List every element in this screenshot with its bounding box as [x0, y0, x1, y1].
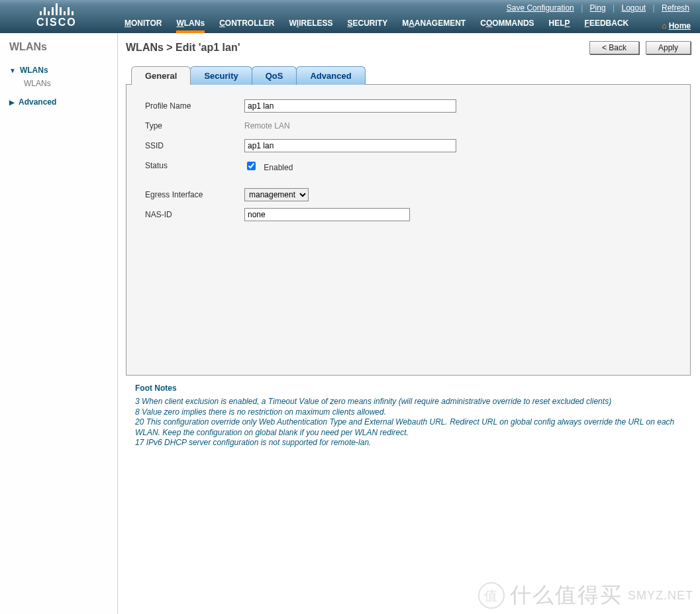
logout-link[interactable]: Logout [620, 3, 647, 13]
content: WLANs > Edit 'ap1 lan' < Back Apply Gene… [118, 33, 700, 614]
tab-security[interactable]: Security [190, 66, 252, 85]
nav-home[interactable]: ⌂Home [662, 21, 691, 30]
sidebar-title: WLANs [9, 41, 111, 53]
save-config-link[interactable]: Save Configuration [505, 3, 575, 13]
separator: | [650, 3, 658, 13]
breadcrumb: WLANs > Edit 'ap1 lan' [126, 42, 240, 54]
nav-management[interactable]: MAANAGEMENT [402, 19, 466, 30]
refresh-link[interactable]: Refresh [660, 3, 691, 13]
action-buttons: < Back Apply [589, 41, 691, 54]
cisco-logo-icon [36, 3, 77, 15]
row-nasid: NAS-ID [145, 207, 672, 223]
cisco-logo: CISCO [36, 3, 77, 28]
nav-wireless[interactable]: WIIRELESS [289, 19, 332, 30]
nav-help[interactable]: HELP [549, 19, 570, 30]
label-ssid: SSID [145, 141, 244, 150]
label-nasid: NAS-ID [145, 210, 244, 219]
panel-general: Profile Name Type Remote LAN SSID Status… [126, 84, 691, 376]
separator: | [577, 3, 586, 13]
nav-controller[interactable]: CONTROLLER [219, 19, 274, 30]
body-wrap: WLANs ▼ WLANs WLANs ▶ Advanced WLANs > E… [0, 33, 700, 614]
sidebar-item-advanced[interactable]: ▶ Advanced [9, 95, 111, 109]
header-bar: Save Configuration | Ping | Logout | Ref… [0, 0, 700, 33]
footnote-line: 8 Value zero implies there is no restric… [135, 407, 691, 418]
footnote-line: 17 IPv6 DHCP server configuration is not… [135, 438, 691, 448]
label-profile-name: Profile Name [145, 101, 244, 111]
sidebar: WLANs ▼ WLANs WLANs ▶ Advanced [0, 33, 118, 614]
tab-general[interactable]: General [131, 66, 191, 85]
row-status: Status Enabled [145, 158, 672, 174]
footnotes-title: Foot Notes [135, 384, 691, 393]
row-egress: Egress Interface management [145, 187, 672, 203]
row-ssid: SSID [145, 138, 672, 154]
footnote-line: 3 When client exclusion is enabled, a Ti… [135, 397, 691, 407]
sidebar-subitem-wlans[interactable]: WLANs [9, 77, 111, 90]
nav-commands[interactable]: COOMMANDS [480, 19, 534, 30]
top-utility-links: Save Configuration | Ping | Logout | Ref… [505, 3, 691, 13]
row-type: Type Remote LAN [145, 118, 672, 134]
select-egress-interface[interactable]: management [244, 188, 309, 201]
sidebar-item-wlans[interactable]: ▼ WLANs [9, 64, 111, 77]
nav-security[interactable]: SECURITY [348, 19, 388, 30]
input-profile-name[interactable] [244, 99, 456, 113]
label-status-enabled: Enabled [264, 163, 293, 172]
home-icon: ⌂ [662, 21, 666, 30]
sidebar-item-label: WLANs [20, 66, 48, 75]
apply-button[interactable]: Apply [646, 41, 691, 54]
label-type: Type [145, 121, 244, 130]
footnotes: 3 When client exclusion is enabled, a Ti… [135, 397, 691, 448]
separator: | [609, 3, 618, 13]
cisco-logo-text: CISCO [36, 17, 77, 28]
nav-monitor[interactable]: MONITOR [125, 19, 162, 30]
label-status: Status [145, 161, 244, 170]
input-nasid[interactable] [244, 208, 410, 221]
nav-feedback[interactable]: FEEDBACK [585, 19, 629, 30]
tab-container: General Security QoS Advanced Profile Na… [126, 66, 691, 376]
main-nav: MONITOR WLANs CONTROLLER WIIRELESS SECUR… [125, 19, 628, 30]
input-ssid[interactable] [244, 139, 456, 152]
value-type: Remote LAN [244, 121, 290, 130]
footnote-line: 20 This configuration override only Web … [135, 417, 691, 438]
chevron-down-icon: ▼ [9, 67, 16, 74]
page-header-row: WLANs > Edit 'ap1 lan' < Back Apply [126, 41, 691, 54]
nav-wlans[interactable]: WLANs [176, 19, 205, 30]
sidebar-item-label: Advanced [19, 97, 56, 107]
row-profile-name: Profile Name [145, 98, 672, 114]
tab-qos[interactable]: QoS [252, 66, 297, 85]
tabs: General Security QoS Advanced [131, 66, 691, 85]
checkbox-status-enabled[interactable] [247, 162, 256, 170]
back-button[interactable]: < Back [589, 41, 639, 54]
tab-advanced[interactable]: Advanced [296, 66, 365, 85]
ping-link[interactable]: Ping [589, 3, 607, 13]
label-egress: Egress Interface [145, 190, 244, 199]
chevron-right-icon: ▶ [9, 99, 15, 106]
